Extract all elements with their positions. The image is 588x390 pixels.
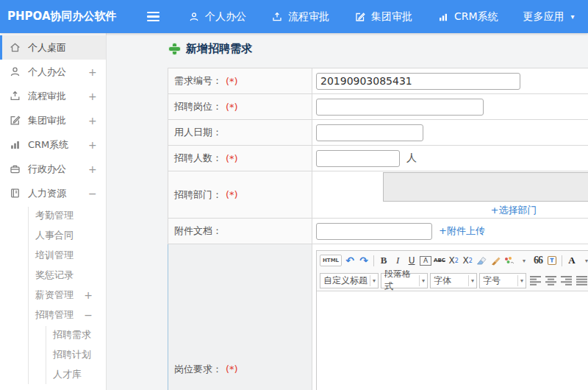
field-label-recruit-position: 招聘岗位： (*) <box>168 94 312 120</box>
sidebar-item-training-mgmt[interactable]: 培训管理 <box>0 245 106 265</box>
subscript-button[interactable]: X2 <box>462 253 473 268</box>
sidebar-item-salary-mgmt[interactable]: 薪资管理 + <box>0 285 106 305</box>
expand-icon[interactable]: + <box>88 66 106 78</box>
sidebar-item-admin-office[interactable]: 行政办公 + <box>0 157 106 181</box>
recruit-department-textarea[interactable] <box>383 172 588 202</box>
unit-label: 人 <box>406 152 417 165</box>
topnav-more-apps[interactable]: 更多应用 ▾ <box>523 10 575 24</box>
field-label-recruit-count: 招聘人数： (*) <box>168 146 312 171</box>
sidebar: 个人桌面 个人办公 + 流程审批 + 集团审批 + CRM系统 + 行政办公 +… <box>0 33 107 390</box>
strikethrough-button[interactable]: ABC <box>434 253 445 268</box>
superscript-button[interactable]: X2 <box>448 253 459 268</box>
recruit-count-input[interactable] <box>316 150 400 167</box>
caret-down-icon: ▾ <box>468 275 476 286</box>
sidebar-item-workflow-approval[interactable]: 流程审批 + <box>0 84 106 108</box>
topnav-label: 更多应用 <box>523 10 564 24</box>
employment-date-input[interactable] <box>316 124 423 141</box>
sidebar-item-personal-office[interactable]: 个人办公 + <box>0 60 106 84</box>
blockquote-button[interactable]: 66 <box>532 253 544 268</box>
menu-icon <box>147 12 159 14</box>
main-content: 新增招聘需求 需求编号： (*) 招聘岗位： (*) 用人日期： 招聘人数： (… <box>107 33 588 390</box>
workflow-icon <box>271 11 283 23</box>
underline-button[interactable]: U <box>406 253 417 268</box>
align-justify-icon[interactable] <box>576 273 588 288</box>
sidebar-item-label: 奖惩记录 <box>35 269 74 282</box>
paragraph-format-select[interactable]: 段落格式▾ <box>381 273 428 288</box>
bold-button[interactable]: B <box>378 253 390 268</box>
sidebar-item-label: 人才库 <box>53 368 82 381</box>
workflow-icon <box>9 90 21 102</box>
required-mark: (*) <box>226 189 238 200</box>
font-border-button[interactable]: A <box>420 256 431 266</box>
topnav-group-approval[interactable]: 集团审批 <box>354 10 412 24</box>
toolbar-separator <box>373 255 374 266</box>
menu-toggle-button[interactable] <box>147 10 163 24</box>
italic-button[interactable]: I <box>392 253 404 268</box>
sidebar-item-attendance-mgmt[interactable]: 考勤管理 <box>0 205 106 225</box>
sidebar-item-recruit-mgmt[interactable]: 招聘管理 − <box>0 305 106 325</box>
expand-icon[interactable]: + <box>88 139 106 151</box>
sidebar-item-label: CRM系统 <box>28 138 88 152</box>
sidebar-item-label: 人力资源 <box>28 187 88 200</box>
sidebar-item-recruit-requirement[interactable]: 招聘需求 <box>0 325 106 344</box>
expand-icon[interactable]: + <box>88 163 106 175</box>
align-center-icon[interactable] <box>545 273 557 288</box>
align-right-icon[interactable] <box>561 273 573 288</box>
rich-text-editor: HTML ↶ ↷ B I U A ABC X2 X2 ▾ 66 <box>316 250 588 390</box>
requirement-no-input[interactable] <box>316 73 520 90</box>
field-label-requirement-no: 需求编号： (*) <box>168 68 312 94</box>
sidebar-item-talent-pool[interactable]: 人才库 <box>0 364 106 384</box>
field-label-attachment: 附件文档： <box>168 219 312 244</box>
collapse-icon[interactable]: − <box>88 188 106 199</box>
attachment-input[interactable] <box>316 223 432 240</box>
custom-title-select[interactable]: 自定义标题▾ <box>320 273 379 288</box>
align-left-icon[interactable] <box>530 273 542 288</box>
required-mark: (*) <box>226 364 238 375</box>
sidebar-item-label: 薪资管理 <box>35 288 74 302</box>
recruit-position-input[interactable] <box>316 99 484 116</box>
sidebar-item-hr-contract[interactable]: 人事合同 <box>0 225 106 245</box>
topnav-label: 集团审批 <box>371 10 412 24</box>
topnav-workflow-approval[interactable]: 流程审批 <box>271 10 329 24</box>
expand-icon[interactable]: + <box>88 91 106 102</box>
sidebar-item-personal-desktop[interactable]: 个人桌面 <box>0 35 106 60</box>
expand-icon[interactable]: + <box>88 115 106 127</box>
expand-icon[interactable]: + <box>84 289 93 301</box>
redo-button[interactable]: ↷ <box>358 253 370 268</box>
topnav-crm-system[interactable]: CRM系统 <box>437 10 498 24</box>
toolbar-separator <box>562 255 562 266</box>
caret-down-icon: ▾ <box>370 275 378 286</box>
format-match-icon[interactable] <box>503 253 515 268</box>
sidebar-item-label: 考勤管理 <box>35 209 74 222</box>
font-family-select[interactable]: 字体▾ <box>430 273 477 288</box>
sidebar-item-group-approval[interactable]: 集团审批 + <box>0 108 106 132</box>
sidebar-item-label: 集团审批 <box>28 114 88 127</box>
eraser-icon[interactable] <box>476 253 487 268</box>
font-size-select[interactable]: 字号▾ <box>479 273 526 288</box>
sidebar-item-reward-punishment[interactable]: 奖惩记录 <box>0 265 106 285</box>
select-department-link[interactable]: +选择部门 <box>491 204 537 217</box>
app-logo: PHPOA协同办公软件 <box>0 10 110 24</box>
field-cell: +附件上传 <box>312 219 588 244</box>
page-title-text: 新增招聘需求 <box>186 42 252 56</box>
font-color-button[interactable]: A <box>566 253 578 268</box>
format-painter-icon[interactable] <box>490 253 501 268</box>
field-label-position-requirement: 岗位要求： (*) <box>168 244 312 390</box>
field-label-employment-date: 用人日期： <box>168 120 312 146</box>
source-code-button[interactable]: HTML <box>320 255 342 266</box>
editor-content-area[interactable] <box>317 291 588 390</box>
caret-down-icon[interactable]: ▾ <box>518 253 530 268</box>
field-cell <box>312 68 588 94</box>
undo-button[interactable]: ↶ <box>344 253 356 268</box>
paste-icon[interactable] <box>546 253 558 268</box>
sidebar-item-human-resources[interactable]: 人力资源 − <box>0 181 106 205</box>
topnav-personal-office[interactable]: 个人办公 <box>188 10 246 24</box>
collapse-icon[interactable]: − <box>84 309 93 321</box>
caret-down-icon[interactable]: ▾ <box>581 253 588 268</box>
attachment-upload-link[interactable]: +附件上传 <box>439 224 485 238</box>
sidebar-item-crm-system[interactable]: CRM系统 + <box>0 132 106 157</box>
topnav-label: 流程审批 <box>288 10 329 24</box>
recruit-requirement-form: 需求编号： (*) 招聘岗位： (*) 用人日期： 招聘人数： (*) 人 <box>168 68 588 390</box>
sidebar-item-recruit-plan[interactable]: 招聘计划 <box>0 344 106 364</box>
home-icon <box>9 41 21 54</box>
